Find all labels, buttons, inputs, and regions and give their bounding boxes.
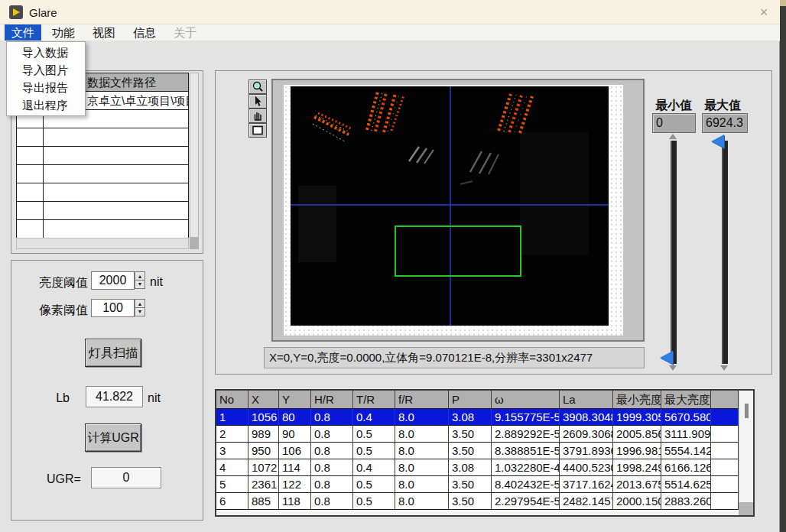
results-table-cell: 1056 [248, 409, 279, 426]
min-slider-bottom-marker-icon [669, 365, 677, 371]
pixel-threshold-stepper[interactable]: ▲ ▼ [135, 299, 145, 317]
results-table-row[interactable]: 2989900.80.58.03.502.889292E-52609.30682… [216, 426, 753, 443]
results-table-cell: 114 [279, 459, 311, 476]
results-column-header[interactable]: Y [279, 391, 311, 409]
min-value-field[interactable]: 0 [652, 113, 696, 133]
results-table-cell: 8.0 [395, 443, 449, 459]
results-scrollbar-corner [739, 502, 753, 517]
results-header-row: NoXYH/RT/Rf/RPωLa最小亮度最大亮度 [216, 391, 753, 409]
results-table-cell: 2013.675 [613, 476, 661, 493]
results-column-header[interactable]: T/R [353, 391, 395, 409]
ugr-label: UGR= [47, 472, 81, 486]
results-table-cell: 3.08 [449, 459, 492, 476]
path-table-row[interactable] [17, 202, 188, 220]
results-column-header[interactable]: H/R [311, 391, 353, 409]
cursor-tool-button[interactable] [248, 94, 267, 109]
results-table-cell: 4 [216, 459, 248, 476]
results-table-cell: 8.0 [395, 476, 449, 493]
results-column-header[interactable]: 最大亮度 [661, 391, 711, 409]
results-table-cell [711, 409, 739, 426]
results-table-cell: 2000.150 [613, 493, 661, 510]
results-table-cell: 2609.3068 [560, 426, 613, 443]
results-scrollbar-thumb[interactable] [745, 404, 749, 418]
results-table-cell: 5670.5800 [661, 409, 711, 426]
lamp-image[interactable] [291, 86, 609, 326]
app-window: Glare × 文件 功能 视图 信息 关于 导入数据 导入图片 导出报告 退出… [0, 0, 780, 532]
results-table-cell: 8.0 [395, 426, 449, 443]
path-table-row[interactable] [17, 165, 188, 183]
brightness-threshold-stepper[interactable]: ▲ ▼ [135, 271, 145, 290]
max-value-field[interactable]: 6924.3 [702, 113, 748, 133]
max-slider-bottom-marker-icon [720, 365, 728, 371]
results-column-header[interactable]: f/R [395, 391, 449, 409]
path-table-row[interactable] [17, 183, 188, 202]
path-row-index-cell [17, 220, 44, 238]
brightness-threshold-field[interactable]: 2000 [91, 271, 135, 290]
lb-value-field: 41.822 [86, 386, 143, 407]
results-column-header[interactable]: P [449, 391, 492, 409]
min-slider[interactable] [671, 141, 677, 364]
pan-tool-button[interactable] [248, 109, 267, 123]
results-table-cell: 2482.1457 [560, 493, 613, 510]
path-horizontal-scrollbar[interactable] [16, 238, 189, 249]
results-table-row[interactable]: 410721140.80.48.03.081.032280E-44400.523… [216, 459, 753, 476]
path-row-value-cell [44, 165, 188, 183]
results-panel: NoXYH/RT/Rf/RPωLa最小亮度最大亮度 11056800.80.48… [215, 389, 755, 517]
file-menu-dropdown: 导入数据 导入图片 导出报告 退出程序 [6, 41, 86, 116]
pixel-threshold-field[interactable]: 100 [91, 299, 135, 317]
max-slider-thumb[interactable] [711, 135, 724, 148]
results-column-header[interactable]: La [560, 391, 613, 409]
menu-function[interactable]: 功能 [45, 24, 82, 41]
decrement-icon[interactable]: ▼ [135, 307, 145, 316]
results-table-cell: 4400.5230 [560, 459, 613, 476]
results-table-row[interactable]: 523611220.80.58.03.508.402432E-53717.162… [216, 476, 753, 493]
results-table-cell: 90 [279, 426, 311, 443]
results-table-cell: 8.0 [395, 409, 449, 426]
menu-about: 关于 [167, 24, 203, 41]
results-table-rows: 11056800.80.48.03.089.155775E-53908.3048… [216, 409, 753, 510]
path-row-value-cell [44, 147, 188, 164]
zoom-tool-button[interactable] [248, 79, 267, 94]
results-table-cell [711, 459, 739, 476]
close-icon[interactable]: × [754, 4, 774, 21]
results-column-header[interactable]: X [248, 391, 279, 409]
results-table-cell: 0.8 [311, 443, 353, 459]
decrement-icon[interactable]: ▼ [135, 280, 145, 289]
results-table-cell: 989 [248, 426, 279, 443]
path-row-value-cell [44, 183, 188, 201]
menu-item-import-data[interactable]: 导入数据 [7, 44, 85, 61]
results-table-row[interactable]: 39501060.80.58.03.508.388851E-53791.8936… [216, 443, 753, 459]
labview-app-icon [9, 5, 23, 19]
results-column-header[interactable]: ω [492, 391, 560, 409]
results-table-cell: 950 [248, 443, 279, 459]
menu-view[interactable]: 视图 [86, 24, 122, 41]
results-column-header[interactable] [711, 391, 739, 409]
path-table-row[interactable] [17, 220, 188, 238]
results-table-cell: 0.8 [311, 426, 353, 443]
menu-item-import-image[interactable]: 导入图片 [7, 61, 85, 79]
menu-item-export-report[interactable]: 导出报告 [7, 79, 85, 96]
menu-file[interactable]: 文件 [5, 24, 41, 41]
lamp-scan-button[interactable]: 灯具扫描 [85, 339, 141, 367]
results-table-cell: 106 [279, 443, 311, 459]
results-table-cell [711, 476, 739, 493]
path-table-row[interactable] [17, 128, 188, 147]
min-slider-thumb[interactable] [660, 351, 673, 365]
path-row-value-cell [44, 202, 188, 219]
path-vertical-scrollbar[interactable] [190, 73, 199, 238]
image-viewport[interactable] [284, 85, 623, 336]
results-column-header[interactable]: 最小亮度 [613, 391, 661, 409]
results-table-cell: 3908.3048 [560, 409, 613, 426]
results-table-cell: 0.5 [353, 493, 395, 510]
max-value-label: 最大值 [704, 98, 741, 114]
menu-info[interactable]: 信息 [126, 24, 163, 41]
path-table-row[interactable] [17, 147, 188, 165]
menu-item-exit[interactable]: 退出程序 [7, 96, 85, 114]
results-vertical-scrollbar[interactable] [739, 391, 753, 502]
results-table-row[interactable]: 11056800.80.48.03.089.155775E-53908.3048… [216, 409, 753, 426]
calculate-ugr-button[interactable]: 计算UGR [85, 423, 141, 452]
rect-select-tool-button[interactable] [248, 123, 267, 138]
results-column-header[interactable]: No [216, 391, 248, 409]
results-table-row[interactable]: 68851180.80.58.03.502.297954E-52482.1457… [216, 493, 753, 510]
max-slider[interactable] [722, 141, 728, 364]
